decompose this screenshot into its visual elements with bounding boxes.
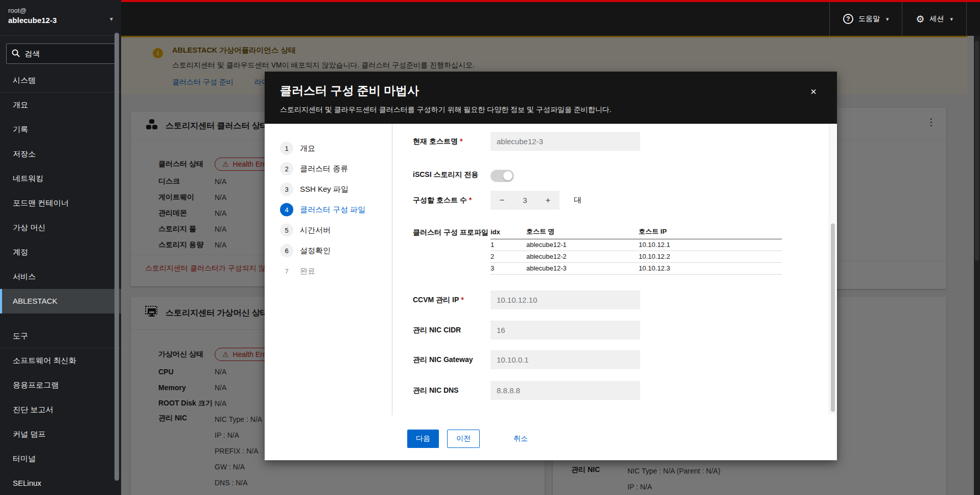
masthead: ? 도움말 ▾ ⚙ 세션 ▾ (121, 0, 980, 36)
management-nic-cidr-input[interactable]: 16 (491, 321, 640, 340)
search-input[interactable]: 검색 (6, 43, 115, 64)
sidebar-item-networking[interactable]: 네트워킹 (0, 166, 121, 191)
chevron-down-icon: ▾ (950, 16, 953, 22)
next-button[interactable]: 다음 (407, 430, 439, 448)
sidebar-item-virtual-machines[interactable]: 가상 머신 (0, 215, 121, 240)
decrement-button[interactable]: − (491, 195, 514, 206)
wizard-step-complete[interactable]: 7완료 (265, 261, 392, 281)
cluster-wizard-modal: 클러스터 구성 준비 마법사 스토리지센터 및 클라우드센터 클러스터를 구성하… (265, 72, 837, 460)
page: root@ ablecube12-3 ▾ 검색 시스템 개요 기록 저장소 네트… (0, 0, 980, 495)
search-placeholder: 검색 (25, 49, 40, 59)
field-label: 관리 NIC DNS (413, 381, 491, 400)
column-header: idx (491, 226, 526, 239)
wizard-step-cluster-config-file[interactable]: 4클러스터 구성 파일 (265, 199, 392, 220)
required-marker: * (469, 196, 472, 204)
field-label: 현재 호스트명 (413, 137, 458, 145)
help-icon: ? (843, 14, 853, 24)
field-label: iSCSI 스토리지 전용 (413, 168, 491, 182)
sidebar-item-logs[interactable]: 기록 (0, 117, 121, 142)
host-switcher[interactable]: root@ ablecube12-3 ▾ (0, 0, 121, 36)
previous-button[interactable]: 이전 (447, 430, 480, 448)
help-label: 도움말 (858, 14, 880, 24)
wizard-scrollbar[interactable] (829, 124, 836, 414)
masthead-actions: ? 도움말 ▾ ⚙ 세션 ▾ (829, 2, 967, 36)
sidebar-item-services[interactable]: 서비스 (0, 264, 121, 289)
field-label: 구성할 호스트 수 (413, 196, 467, 204)
table-row: 1 ablecube12-1 10.10.12.1 (491, 239, 782, 251)
sidebar-item-tools[interactable]: 도구 (0, 324, 121, 348)
session-label: 세션 (929, 14, 944, 24)
sidebar-item-system[interactable]: 시스템 (0, 68, 121, 93)
cluster-profile-table: idx 호스트 명 호스트 IP 1 ablecube12-1 10.10.12… (491, 226, 782, 275)
sidebar: root@ ablecube12-3 ▾ 검색 시스템 개요 기록 저장소 네트… (0, 0, 121, 495)
wizard-footer: 다음 이전 취소 (265, 415, 837, 460)
required-marker: * (461, 296, 463, 304)
current-hostname-input[interactable]: ablecube12-3 (491, 132, 640, 151)
ccvm-management-ip-input[interactable]: 10.10.12.10 (491, 290, 640, 309)
wizard-step-cluster-type[interactable]: 2클러스터 종류 (265, 159, 392, 179)
search-icon (12, 49, 20, 59)
gear-icon: ⚙ (916, 14, 924, 24)
table-row: 3 ablecube12-3 10.10.12.3 (491, 263, 782, 275)
close-icon[interactable]: × (810, 86, 816, 98)
host-count-value[interactable]: 3 (514, 196, 536, 205)
wizard-form: 현재 호스트명* ablecube12-3 iSCSI 스토리지 전용 구성할 … (392, 124, 837, 415)
sidebar-item-terminal[interactable]: 터미널 (0, 446, 121, 471)
sidebar-item-storage[interactable]: 저장소 (0, 142, 121, 166)
sidebar-scrollbar[interactable] (114, 33, 119, 481)
sidebar-item-software-updates[interactable]: 소프트웨어 최신화 (0, 348, 121, 373)
field-label: CCVM 관리 IP (413, 296, 459, 304)
chevron-down-icon: ▾ (110, 15, 113, 22)
wizard-steps: 1개요 2클러스터 종류 3SSH Key 파일 4클러스터 구성 파일 5시간… (265, 124, 392, 415)
sidebar-nav: 시스템 개요 기록 저장소 네트워킹 포드맨 컨테이너 가상 머신 계정 서비스… (0, 68, 121, 495)
sidebar-item-diagnostic-reports[interactable]: 진단 보고서 (0, 397, 121, 422)
wizard-body: 1개요 2클러스터 종류 3SSH Key 파일 4클러스터 구성 파일 5시간… (265, 124, 837, 415)
wizard-step-overview[interactable]: 1개요 (265, 138, 392, 159)
wizard-title: 클러스터 구성 준비 마법사 (280, 83, 821, 99)
help-menu-button[interactable]: ? 도움말 ▾ (829, 2, 902, 36)
wizard-subtitle: 스토리지센터 및 클라우드센터 클러스터를 구성하기 위해 필요한 다양한 정보… (280, 105, 821, 115)
table-row: 2 ablecube12-2 10.10.12.2 (491, 251, 782, 263)
session-menu-button[interactable]: ⚙ 세션 ▾ (902, 2, 967, 36)
user-label: root@ (8, 7, 113, 14)
field-label: 관리 NIC CIDR (413, 321, 491, 340)
sidebar-item-accounts[interactable]: 계정 (0, 240, 121, 264)
host-count-unit: 대 (574, 191, 581, 210)
sidebar-item-selinux[interactable]: SELinux (0, 471, 121, 495)
sidebar-item-applications[interactable]: 응용프로그램 (0, 373, 121, 397)
iscsi-only-toggle[interactable] (491, 170, 514, 182)
wizard-header: 클러스터 구성 준비 마법사 스토리지센터 및 클라우드센터 클러스터를 구성하… (265, 72, 837, 124)
management-nic-gateway-input[interactable]: 10.10.0.1 (491, 350, 640, 369)
chevron-down-icon: ▾ (886, 16, 889, 22)
hostname-label: ablecube12-3 (8, 16, 113, 25)
required-marker: * (460, 137, 462, 145)
increment-button[interactable]: + (536, 195, 559, 206)
sidebar-item-ablestack[interactable]: ABLESTACK (0, 289, 121, 313)
wizard-step-confirm-settings[interactable]: 6설정확인 (265, 240, 392, 261)
field-label: 클러스터 구성 프로파일 (413, 226, 491, 275)
column-header: 호스트 명 (526, 226, 639, 239)
sidebar-item-kernel-dump[interactable]: 커널 덤프 (0, 422, 121, 446)
sidebar-item-overview[interactable]: 개요 (0, 93, 121, 117)
wizard-step-ssh-key[interactable]: 3SSH Key 파일 (265, 179, 392, 199)
cancel-button[interactable]: 취소 (514, 430, 528, 448)
wizard-step-time-server[interactable]: 5시간서버 (265, 220, 392, 240)
field-label: 관리 NIC Gateway (413, 350, 491, 369)
column-header: 호스트 IP (639, 226, 782, 239)
management-nic-dns-input[interactable]: 8.8.8.8 (491, 381, 640, 400)
sidebar-item-podman[interactable]: 포드맨 컨테이너 (0, 191, 121, 215)
host-count-stepper: − 3 + (491, 191, 559, 210)
